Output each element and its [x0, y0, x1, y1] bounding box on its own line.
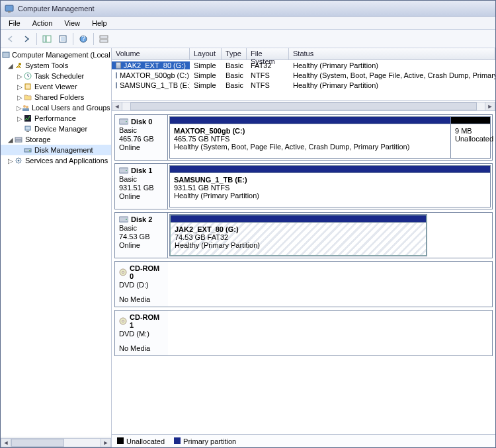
tree-root[interactable]: Computer Management (Local: [1, 50, 111, 60]
help-button[interactable]: ?: [76, 32, 91, 46]
toolbar-separator: [73, 33, 73, 45]
show-hide-tree-button[interactable]: [40, 32, 54, 46]
legend: Unallocated Primary partition: [112, 434, 495, 447]
svg-point-33: [122, 272, 124, 274]
expand-icon[interactable]: ▷: [17, 73, 23, 80]
partition-color-bar: [170, 166, 490, 172]
event-icon: [23, 82, 32, 91]
partition-title: MAXTOR_500gb (C:): [174, 127, 446, 135]
partition[interactable]: SAMSUNG_1_TB (E:)931.51 GB NTFSHealthy (…: [170, 166, 490, 207]
svg-point-31: [126, 219, 127, 220]
disk-size: 931.51 GB: [119, 184, 163, 192]
disk-info: Disk 2Basic74.53 GBOnline: [115, 213, 168, 258]
disk-row[interactable]: Disk 2Basic74.53 GBOnlineJAK2_EXT_80 (G:…: [114, 212, 493, 258]
unallocated-space[interactable]: 9 MBUnallocated: [450, 117, 490, 158]
expand-icon[interactable]: ▷: [17, 115, 23, 122]
menu-action[interactable]: Action: [27, 18, 58, 28]
volume-type: Basic: [222, 71, 247, 79]
svg-rect-20: [15, 137, 22, 139]
collapse-icon[interactable]: ◢: [7, 62, 14, 69]
col-layout[interactable]: Layout: [190, 48, 222, 59]
tree-event-viewer[interactable]: ▷Event Viewer: [1, 81, 111, 92]
disk-info: Disk 1Basic931.51 GBOnline: [115, 164, 168, 209]
drive-icon: [116, 62, 121, 69]
titlebar[interactable]: Computer Management: [1, 1, 495, 17]
disk-row[interactable]: Disk 1Basic931.51 GBOnlineSAMSUNG_1_TB (…: [114, 163, 493, 209]
tree-storage[interactable]: ◢Storage: [1, 134, 111, 145]
layout-button[interactable]: [97, 32, 111, 46]
scroll-track[interactable]: [11, 438, 101, 447]
tree-task-scheduler[interactable]: ▷Task Scheduler: [1, 71, 111, 81]
volume-name: MAXTOR_500gb (C:): [112, 71, 190, 79]
disk-row[interactable]: Disk 0Basic465.76 GBOnlineMAXTOR_500gb (…: [114, 114, 493, 161]
volume-name: JAK2_EXT_80 (G:): [112, 61, 190, 69]
disk-kind: Basic: [119, 126, 163, 134]
col-status[interactable]: Status: [289, 48, 495, 59]
forward-button[interactable]: [19, 32, 34, 46]
vollist-hscrollbar[interactable]: ◄ ►: [112, 101, 495, 112]
window-title: Computer Management: [18, 5, 95, 13]
tree-shared-folders[interactable]: ▷Shared Folders: [1, 92, 111, 102]
partition-body: 9 MBUnallocated: [451, 124, 490, 158]
scroll-left-button[interactable]: ◄: [1, 438, 11, 447]
tree-disk-management[interactable]: Disk Management: [1, 145, 111, 155]
svg-rect-16: [22, 108, 29, 111]
content-pane: Volume Layout Type File System Status JA…: [112, 48, 495, 447]
partition[interactable]: JAK2_EXT_80 (G:)74.53 GB FAT32Healthy (P…: [170, 215, 427, 256]
collapse-icon[interactable]: ◢: [7, 136, 14, 143]
svg-rect-1: [8, 11, 11, 13]
col-filesystem[interactable]: File System: [247, 48, 289, 59]
disk-info: CD-ROM 0DVD (D:)No Media: [115, 262, 168, 307]
legend-unallocated: Unallocated: [117, 437, 165, 445]
volume-row[interactable]: SAMSUNG_1_TB (E:)SimpleBasicNTFSHealthy …: [112, 80, 495, 90]
volume-row[interactable]: MAXTOR_500gb (C:)SimpleBasicNTFSHealthy …: [112, 70, 495, 80]
expand-icon[interactable]: ▷: [7, 157, 14, 165]
tree-hscrollbar[interactable]: ◄ ►: [1, 437, 111, 447]
tree-system-tools[interactable]: ◢ System Tools: [1, 60, 111, 71]
disk-kind: Basic: [119, 175, 163, 183]
volume-fs: NTFS: [247, 71, 289, 79]
tree-local-users[interactable]: ▷Local Users and Groups: [1, 102, 111, 113]
partition-size: 931.51 GB NTFS: [174, 184, 486, 192]
col-volume[interactable]: Volume: [112, 48, 190, 59]
svg-point-23: [29, 150, 30, 151]
toolbar: ?: [1, 30, 495, 48]
expand-icon[interactable]: ▷: [17, 83, 23, 91]
volume-name: SAMSUNG_1_TB (E:): [112, 81, 190, 89]
svg-rect-18: [25, 126, 30, 130]
legend-swatch-black: [117, 437, 124, 444]
disk-row[interactable]: CD-ROM 0DVD (D:)No Media: [114, 261, 493, 307]
col-type[interactable]: Type: [222, 48, 247, 59]
svg-rect-9: [100, 40, 108, 42]
mmc-icon: [2, 50, 10, 59]
expand-icon[interactable]: ▷: [17, 94, 23, 101]
app-window: Computer Management File Action View Hel…: [0, 0, 496, 448]
tree-device-manager[interactable]: Device Manager: [1, 124, 111, 134]
disk-size: 465.76 GB: [119, 135, 163, 143]
partition-health: Healthy (Primary Partition): [174, 192, 486, 200]
menu-view[interactable]: View: [59, 18, 85, 28]
scroll-thumb[interactable]: [130, 102, 477, 110]
disk-row[interactable]: CD-ROM 1DVD (M:)No Media: [114, 310, 493, 356]
volume-status: Healthy (System, Boot, Page File, Active…: [289, 71, 495, 79]
menu-file[interactable]: File: [3, 18, 26, 28]
scroll-track[interactable]: [122, 102, 485, 111]
partition-size: 465.75 GB NTFS: [174, 135, 446, 143]
svg-rect-13: [25, 84, 30, 89]
tree-performance[interactable]: ▷Performance: [1, 113, 111, 124]
svg-rect-5: [61, 37, 65, 41]
refresh-button[interactable]: [56, 32, 70, 46]
volume-row[interactable]: JAK2_EXT_80 (G:)SimpleBasicFAT32Healthy …: [112, 60, 495, 70]
menu-help[interactable]: Help: [87, 18, 112, 28]
volume-list[interactable]: JAK2_EXT_80 (G:)SimpleBasicFAT32Healthy …: [112, 60, 495, 101]
disk-empty: [168, 262, 492, 307]
expand-icon[interactable]: ▷: [17, 104, 22, 112]
scroll-thumb[interactable]: [11, 439, 64, 447]
partition[interactable]: MAXTOR_500gb (C:)465.75 GB NTFSHealthy (…: [170, 117, 450, 158]
tree-services[interactable]: ▷Services and Applications: [1, 155, 111, 166]
disk-kind: DVD (M:): [119, 330, 164, 338]
drive-icon: [116, 72, 117, 79]
scroll-right-button[interactable]: ►: [485, 102, 495, 111]
scroll-left-button[interactable]: ◄: [112, 102, 122, 111]
scroll-right-button[interactable]: ►: [101, 438, 111, 447]
